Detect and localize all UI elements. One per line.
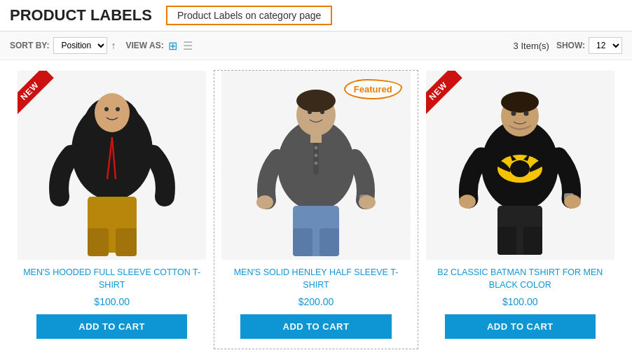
- sort-select[interactable]: Position Name Price: [53, 37, 107, 54]
- svg-point-4: [116, 107, 120, 111]
- product-name: B2 CLASSIC BATMAN TSHIRT FOR MEN BLACK C…: [426, 267, 614, 292]
- product-name: MEN'S SOLID HENLEY HALF SLEEVE T-SHIRT: [221, 267, 410, 292]
- svg-point-30: [501, 92, 539, 113]
- add-to-cart-button[interactable]: ADD TO CART: [445, 314, 596, 339]
- svg-point-18: [314, 154, 317, 158]
- product-price: $100.00: [426, 296, 614, 307]
- svg-point-35: [564, 195, 581, 209]
- svg-point-17: [314, 146, 317, 150]
- svg-point-28: [510, 160, 530, 177]
- svg-rect-15: [310, 132, 322, 143]
- breadcrumb-tab: Product Labels on category page: [166, 6, 332, 25]
- svg-point-22: [359, 195, 376, 209]
- product-card: MEN'S HOODED FULL SLEEVE COTTON T-SHIRT …: [10, 70, 214, 349]
- view-icons: ⊞ ☰: [168, 39, 193, 52]
- product-image-wrap: [18, 71, 206, 260]
- sort-arrow-icon[interactable]: ↑: [111, 40, 116, 51]
- svg-point-31: [511, 111, 516, 116]
- add-to-cart-button[interactable]: ADD TO CART: [240, 314, 391, 339]
- product-image-wrap: [426, 71, 614, 260]
- product-image: [249, 74, 383, 256]
- svg-point-2: [95, 93, 130, 132]
- svg-point-14: [320, 110, 324, 114]
- grid-view-icon[interactable]: ⊞: [168, 39, 177, 52]
- product-card: B2 CLASSIC BATMAN TSHIRT FOR MEN BLACK C…: [418, 70, 622, 349]
- toolbar: SORT BY: Position Name Price ↑ VIEW AS: …: [0, 31, 632, 60]
- show-select[interactable]: 12 24 36: [589, 37, 622, 54]
- svg-point-3: [104, 107, 109, 111]
- svg-point-12: [296, 90, 336, 112]
- svg-point-21: [256, 195, 273, 209]
- svg-point-34: [459, 195, 476, 209]
- new-label-ribbon: [426, 71, 482, 127]
- featured-label: Featured: [344, 79, 402, 99]
- svg-rect-24: [293, 228, 312, 256]
- svg-rect-38: [523, 227, 542, 255]
- new-label-ribbon: [18, 71, 74, 127]
- view-as-label: VIEW AS:: [125, 41, 163, 50]
- product-price: $200.00: [221, 296, 410, 307]
- product-image-wrap: Featured: [221, 71, 410, 260]
- sort-label: SORT BY:: [10, 41, 49, 50]
- page-title: PRODUCT LABELS: [10, 6, 152, 24]
- svg-point-19: [314, 162, 317, 165]
- product-name: MEN'S HOODED FULL SLEEVE COTTON T-SHIRT: [18, 267, 206, 292]
- item-count: 3 Item(s): [514, 41, 549, 51]
- svg-rect-8: [88, 228, 109, 256]
- product-price: $100.00: [18, 296, 206, 307]
- header-bar: PRODUCT LABELS Product Labels on categor…: [0, 0, 632, 31]
- svg-point-32: [524, 111, 529, 116]
- products-grid: MEN'S HOODED FULL SLEEVE COTTON T-SHIRT …: [0, 60, 632, 359]
- product-card-featured: Featured: [214, 70, 418, 349]
- list-view-icon[interactable]: ☰: [183, 39, 193, 52]
- svg-point-13: [308, 110, 312, 114]
- add-to-cart-button[interactable]: ADD TO CART: [36, 314, 187, 339]
- svg-rect-25: [320, 228, 339, 256]
- show-label: SHOW:: [556, 41, 585, 50]
- svg-rect-9: [116, 228, 137, 256]
- svg-rect-37: [497, 227, 516, 255]
